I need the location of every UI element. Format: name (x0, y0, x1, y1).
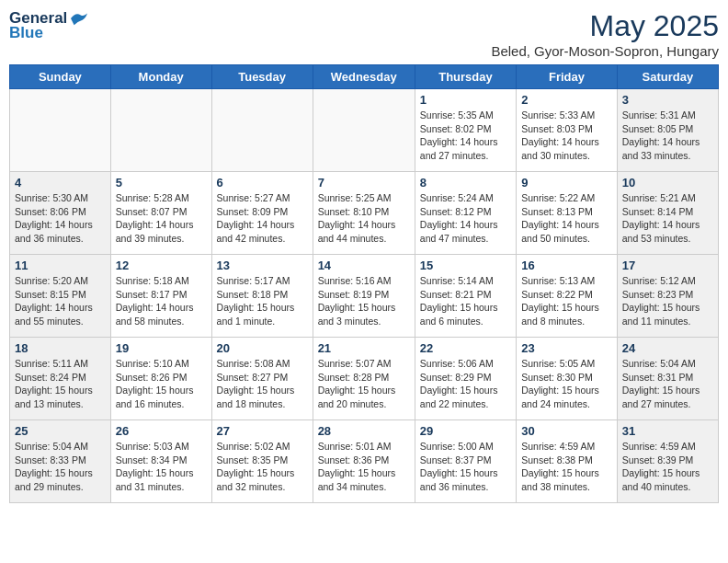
day-number: 1 (420, 93, 511, 107)
day-number: 13 (217, 259, 308, 272)
calendar-week-row: 11Sunrise: 5:20 AM Sunset: 8:15 PM Dayli… (10, 255, 719, 338)
day-info: Sunrise: 5:22 AM Sunset: 8:13 PM Dayligh… (521, 191, 612, 246)
day-info: Sunrise: 5:14 AM Sunset: 8:21 PM Dayligh… (420, 274, 511, 328)
calendar-cell: 14Sunrise: 5:16 AM Sunset: 8:19 PM Dayli… (313, 255, 415, 338)
day-number: 5 (116, 176, 207, 190)
subtitle: Beled, Gyor-Moson-Sopron, Hungary (491, 43, 719, 59)
calendar-cell: 5Sunrise: 5:28 AM Sunset: 8:07 PM Daylig… (110, 172, 211, 255)
calendar-cell: 2Sunrise: 5:33 AM Sunset: 8:03 PM Daylig… (517, 89, 618, 172)
day-number: 14 (318, 259, 410, 272)
calendar-cell: 12Sunrise: 5:18 AM Sunset: 8:17 PM Dayli… (110, 255, 211, 338)
day-number: 6 (217, 176, 308, 190)
calendar-cell: 28Sunrise: 5:01 AM Sunset: 8:36 PM Dayli… (313, 420, 415, 503)
calendar-cell: 10Sunrise: 5:21 AM Sunset: 8:14 PM Dayli… (617, 172, 718, 255)
day-info: Sunrise: 5:00 AM Sunset: 8:37 PM Dayligh… (420, 440, 511, 494)
day-info: Sunrise: 5:20 AM Sunset: 8:15 PM Dayligh… (15, 274, 106, 328)
logo: General Blue (9, 9, 89, 42)
calendar-cell: 8Sunrise: 5:24 AM Sunset: 8:12 PM Daylig… (415, 172, 516, 255)
logo-blue: Blue (9, 24, 43, 42)
day-number: 11 (15, 259, 106, 272)
day-info: Sunrise: 5:28 AM Sunset: 8:07 PM Dayligh… (116, 191, 207, 246)
day-number: 22 (420, 341, 511, 355)
calendar-week-row: 4Sunrise: 5:30 AM Sunset: 8:06 PM Daylig… (10, 172, 719, 255)
day-info: Sunrise: 5:10 AM Sunset: 8:26 PM Dayligh… (116, 357, 207, 411)
day-info: Sunrise: 5:25 AM Sunset: 8:10 PM Dayligh… (318, 191, 410, 246)
day-number: 20 (217, 341, 308, 355)
day-info: Sunrise: 5:05 AM Sunset: 8:30 PM Dayligh… (521, 357, 612, 411)
calendar-cell: 31Sunrise: 4:59 AM Sunset: 8:39 PM Dayli… (617, 420, 718, 503)
day-number: 19 (116, 341, 207, 355)
calendar-cell: 3Sunrise: 5:31 AM Sunset: 8:05 PM Daylig… (617, 89, 718, 172)
day-header-monday: Monday (110, 65, 211, 89)
day-number: 12 (116, 259, 207, 272)
day-info: Sunrise: 4:59 AM Sunset: 8:38 PM Dayligh… (521, 440, 612, 494)
day-number: 10 (622, 176, 713, 190)
day-info: Sunrise: 5:31 AM Sunset: 8:05 PM Dayligh… (622, 109, 713, 163)
day-number: 30 (521, 424, 612, 438)
day-info: Sunrise: 5:35 AM Sunset: 8:02 PM Dayligh… (420, 109, 511, 163)
calendar-cell: 24Sunrise: 5:04 AM Sunset: 8:31 PM Dayli… (617, 338, 718, 420)
calendar-table: SundayMondayTuesdayWednesdayThursdayFrid… (9, 64, 719, 503)
calendar-cell: 15Sunrise: 5:14 AM Sunset: 8:21 PM Dayli… (415, 255, 516, 338)
calendar-cell: 9Sunrise: 5:22 AM Sunset: 8:13 PM Daylig… (517, 172, 618, 255)
day-info: Sunrise: 5:17 AM Sunset: 8:18 PM Dayligh… (217, 274, 308, 328)
day-info: Sunrise: 5:30 AM Sunset: 8:06 PM Dayligh… (15, 191, 106, 246)
calendar-cell: 11Sunrise: 5:20 AM Sunset: 8:15 PM Dayli… (10, 255, 111, 338)
day-header-friday: Friday (517, 65, 618, 89)
day-header-saturday: Saturday (617, 65, 718, 89)
calendar-cell: 7Sunrise: 5:25 AM Sunset: 8:10 PM Daylig… (313, 172, 415, 255)
day-info: Sunrise: 5:01 AM Sunset: 8:36 PM Dayligh… (318, 440, 410, 494)
day-number: 15 (420, 259, 511, 272)
day-info: Sunrise: 5:16 AM Sunset: 8:19 PM Dayligh… (318, 274, 410, 328)
day-number: 16 (521, 259, 612, 272)
day-number: 31 (622, 424, 713, 438)
calendar-cell: 20Sunrise: 5:08 AM Sunset: 8:27 PM Dayli… (211, 338, 313, 420)
calendar-cell: 6Sunrise: 5:27 AM Sunset: 8:09 PM Daylig… (211, 172, 313, 255)
calendar-week-row: 25Sunrise: 5:04 AM Sunset: 8:33 PM Dayli… (10, 420, 719, 503)
day-number: 28 (318, 424, 410, 438)
day-number: 25 (15, 424, 106, 438)
day-info: Sunrise: 4:59 AM Sunset: 8:39 PM Dayligh… (622, 440, 713, 494)
day-header-wednesday: Wednesday (313, 65, 415, 89)
calendar-cell: 27Sunrise: 5:02 AM Sunset: 8:35 PM Dayli… (211, 420, 313, 503)
day-number: 26 (116, 424, 207, 438)
calendar-cell: 16Sunrise: 5:13 AM Sunset: 8:22 PM Dayli… (517, 255, 618, 338)
day-number: 4 (15, 176, 106, 190)
calendar-cell: 1Sunrise: 5:35 AM Sunset: 8:02 PM Daylig… (415, 89, 516, 172)
day-info: Sunrise: 5:11 AM Sunset: 8:24 PM Dayligh… (15, 357, 106, 411)
day-number: 9 (521, 176, 612, 190)
day-info: Sunrise: 5:18 AM Sunset: 8:17 PM Dayligh… (116, 274, 207, 328)
calendar-cell (313, 89, 415, 172)
day-number: 7 (318, 176, 410, 190)
day-number: 17 (622, 259, 713, 272)
day-info: Sunrise: 5:21 AM Sunset: 8:14 PM Dayligh… (622, 191, 713, 246)
calendar-cell: 21Sunrise: 5:07 AM Sunset: 8:28 PM Dayli… (313, 338, 415, 420)
calendar-cell: 22Sunrise: 5:06 AM Sunset: 8:29 PM Dayli… (415, 338, 516, 420)
day-info: Sunrise: 5:04 AM Sunset: 8:31 PM Dayligh… (622, 357, 713, 411)
day-number: 8 (420, 176, 511, 190)
day-number: 29 (420, 424, 511, 438)
day-info: Sunrise: 5:27 AM Sunset: 8:09 PM Dayligh… (217, 191, 308, 246)
calendar-week-row: 18Sunrise: 5:11 AM Sunset: 8:24 PM Dayli… (10, 338, 719, 420)
calendar-week-row: 1Sunrise: 5:35 AM Sunset: 8:02 PM Daylig… (10, 89, 719, 172)
day-info: Sunrise: 5:24 AM Sunset: 8:12 PM Dayligh… (420, 191, 511, 246)
calendar-cell (211, 89, 313, 172)
calendar-cell (110, 89, 211, 172)
day-info: Sunrise: 5:12 AM Sunset: 8:23 PM Dayligh… (622, 274, 713, 328)
month-title: May 2025 (491, 9, 719, 43)
day-info: Sunrise: 5:03 AM Sunset: 8:34 PM Dayligh… (116, 440, 207, 494)
day-number: 24 (622, 341, 713, 355)
calendar-cell: 29Sunrise: 5:00 AM Sunset: 8:37 PM Dayli… (415, 420, 516, 503)
day-number: 2 (521, 93, 612, 107)
calendar-cell: 23Sunrise: 5:05 AM Sunset: 8:30 PM Dayli… (517, 338, 618, 420)
calendar-cell: 18Sunrise: 5:11 AM Sunset: 8:24 PM Dayli… (10, 338, 111, 420)
day-header-thursday: Thursday (415, 65, 516, 89)
title-area: May 2025 Beled, Gyor-Moson-Sopron, Hunga… (491, 9, 719, 59)
day-number: 18 (15, 341, 106, 355)
day-header-tuesday: Tuesday (211, 65, 313, 89)
calendar-cell: 30Sunrise: 4:59 AM Sunset: 8:38 PM Dayli… (517, 420, 618, 503)
calendar-cell: 13Sunrise: 5:17 AM Sunset: 8:18 PM Dayli… (211, 255, 313, 338)
day-info: Sunrise: 5:08 AM Sunset: 8:27 PM Dayligh… (217, 357, 308, 411)
day-number: 27 (217, 424, 308, 438)
calendar-cell: 17Sunrise: 5:12 AM Sunset: 8:23 PM Dayli… (617, 255, 718, 338)
